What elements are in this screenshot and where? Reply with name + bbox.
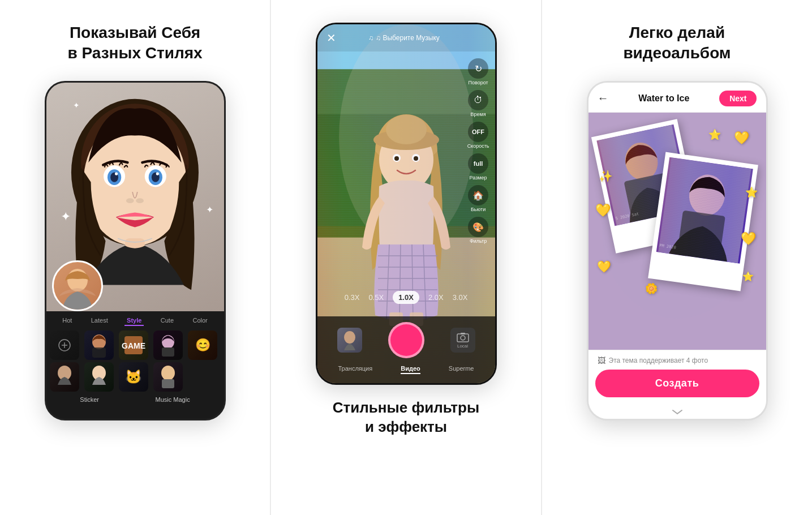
sticker-grid: GAME 😊 xyxy=(46,328,224,394)
bottom-labels: Sticker Music Magic xyxy=(46,394,224,405)
camera-bg: ✕ ♫ ♫ Выберите Музыку ↻ Поворот ⏱ Время xyxy=(317,24,495,383)
zoom-controls: 0.3X 0.5X 1.0X 2.0X 3.0X xyxy=(317,291,495,304)
filter-label: Фильтр xyxy=(470,238,487,244)
svg-point-36 xyxy=(386,115,427,144)
zoom-10x[interactable]: 1.0X xyxy=(393,291,419,304)
stickers-thumb[interactable] xyxy=(337,328,362,353)
svg-point-54 xyxy=(461,336,465,340)
mode-superme[interactable]: Superme xyxy=(449,365,474,374)
svg-rect-23 xyxy=(162,347,174,357)
svg-rect-19 xyxy=(92,347,106,358)
rotate-icon-circle: ↻ xyxy=(468,58,488,79)
support-icon: 🖼 xyxy=(598,356,605,365)
cam-timer[interactable]: ⏱ Время xyxy=(467,90,489,117)
support-text: Эта тема поддерживает 4 фото xyxy=(609,357,708,364)
support-text-area: 🖼 Эта тема поддерживает 4 фото xyxy=(588,350,766,370)
sticker-5[interactable] xyxy=(50,362,79,392)
label-sticker: Sticker xyxy=(80,396,99,403)
section-2: ✕ ♫ ♫ Выберите Музыку ↻ Поворот ⏱ Время xyxy=(270,0,542,515)
svg-point-52 xyxy=(344,331,355,344)
emoji-star-3: ⭐ xyxy=(742,271,754,282)
cam-speed[interactable]: OFF Скорость xyxy=(467,122,489,149)
zoom-05x[interactable]: 0.5X xyxy=(368,293,384,302)
sticker-4[interactable]: 😊 xyxy=(188,331,217,360)
speed-icon-circle: OFF xyxy=(468,122,488,142)
sticker-6[interactable] xyxy=(84,362,114,392)
phone-3-header: ← Water to Ice Next xyxy=(588,83,766,113)
timer-label: Время xyxy=(471,111,486,117)
phone-3: ← Water to Ice Next xyxy=(587,81,768,420)
photo-collage-area: S 2020 Sat xyxy=(588,113,766,350)
real-person-photo xyxy=(54,262,101,310)
svg-point-12 xyxy=(136,198,144,203)
rotate-label: Поворот xyxy=(469,80,488,85)
emoji-heart-2: 💛 xyxy=(595,203,611,218)
local-icon[interactable]: Local xyxy=(450,328,475,353)
shutter-button[interactable] xyxy=(388,322,424,358)
sticker-1[interactable] xyxy=(84,331,114,360)
section-3: Легко делай видеоальбом ← Water to Ice N… xyxy=(542,0,812,515)
emoji-sparkle-1: ✨ xyxy=(599,169,613,183)
svg-point-11 xyxy=(126,198,134,203)
sticker-2[interactable]: GAME xyxy=(119,331,148,360)
svg-text:GAME: GAME xyxy=(122,341,145,350)
sparkle-3: ✦ xyxy=(73,101,80,110)
real-photo-circle xyxy=(52,260,103,311)
mode-video[interactable]: Видео xyxy=(401,365,420,374)
sticker-3[interactable] xyxy=(153,331,183,360)
svg-rect-27 xyxy=(162,379,174,388)
sticker-8[interactable] xyxy=(153,362,183,392)
section-1: Показывай Себя в Разных Стилях xyxy=(0,0,270,515)
back-button[interactable]: ← xyxy=(598,92,609,105)
svg-point-39 xyxy=(394,156,399,161)
style-tab-row: Hot Latest Style Cute Color xyxy=(46,311,224,328)
sticker-add[interactable] xyxy=(50,331,79,360)
camera-top-bar: ✕ ♫ ♫ Выберите Музыку xyxy=(317,24,495,52)
svg-rect-53 xyxy=(457,334,469,342)
cam-filter[interactable]: 🎨 Фильтр xyxy=(467,217,489,244)
mode-broadcast[interactable]: Трансляция xyxy=(338,365,373,374)
camera-right-icons: ↻ Поворот ⏱ Время OFF Скорость full Разм… xyxy=(467,58,489,244)
tab-style[interactable]: Style xyxy=(124,316,144,326)
section-2-subtitle: Стильные фильтры и эффекты xyxy=(333,398,479,437)
bottom-tabs-area: Hot Latest Style Cute Color xyxy=(46,311,224,419)
emoji-heart-4: 💛 xyxy=(741,231,756,246)
filter-icon-circle: 🎨 xyxy=(468,217,488,237)
zoom-30x[interactable]: 3.0X xyxy=(453,293,468,302)
emoji-star-1: ⭐ xyxy=(708,128,721,141)
tab-latest[interactable]: Latest xyxy=(89,316,110,326)
local-label: Local xyxy=(457,344,468,349)
tab-cute[interactable]: Cute xyxy=(158,316,176,326)
next-button[interactable]: Next xyxy=(719,91,757,106)
polaroid-inner-2: PM 2020 xyxy=(656,157,753,263)
size-label: Размер xyxy=(470,175,487,181)
phone-1: ✦ ✦ ✦ Hot Latest Style Cute xyxy=(45,81,226,420)
emoji-star-2: ⭐ xyxy=(745,186,758,199)
zoom-03x[interactable]: 0.3X xyxy=(345,293,360,302)
camera-close-btn[interactable]: ✕ xyxy=(326,31,336,45)
zoom-20x[interactable]: 2.0X xyxy=(428,293,444,302)
phone-3-inner: ← Water to Ice Next xyxy=(588,83,766,419)
emoji-heart-1: 💛 xyxy=(734,131,749,145)
tab-color[interactable]: Color xyxy=(190,316,209,326)
svg-point-9 xyxy=(115,172,118,175)
camera-bottom-bar: Local Трансляция Видео Superme xyxy=(317,316,495,383)
bottom-chevron xyxy=(588,406,766,419)
camera-controls-row: Local xyxy=(324,322,488,358)
section-3-title: Легко делай видеоальбом xyxy=(623,23,731,64)
cam-beauty[interactable]: 🏠 Бьюти xyxy=(467,185,489,212)
sparkle-1: ✦ xyxy=(61,209,71,224)
tab-hot[interactable]: Hot xyxy=(60,316,74,326)
polaroid-photo-2: PM 2020 xyxy=(648,152,758,291)
sticker-7[interactable]: 🐱 xyxy=(119,362,148,392)
phone-1-inner: ✦ ✦ ✦ Hot Latest Style Cute xyxy=(46,83,224,419)
cam-size[interactable]: full Размер xyxy=(467,153,489,181)
create-button[interactable]: Создать xyxy=(595,370,759,397)
music-note-icon: ♫ xyxy=(368,34,373,42)
label-music-magic: Music Magic xyxy=(156,396,190,403)
svg-point-26 xyxy=(161,366,175,380)
cam-rotate[interactable]: ↻ Поворот xyxy=(467,58,489,85)
beauty-label: Бьюти xyxy=(471,207,486,212)
emoji-flower: 🌼 xyxy=(645,282,658,295)
section-1-title: Показывай Себя в Разных Стилях xyxy=(67,23,202,64)
